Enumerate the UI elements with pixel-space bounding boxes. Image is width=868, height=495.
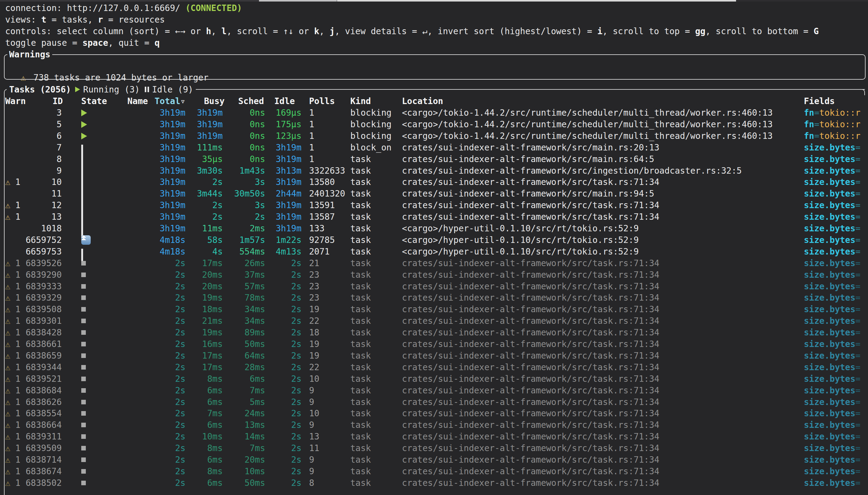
- col-header-sched[interactable]: Sched: [238, 96, 264, 107]
- cell-location: crates/sui-indexer-alt-framework/src/tas…: [402, 362, 660, 373]
- table-row[interactable]: ⚠168395262s17ms26ms2s21taskcrates/sui-in…: [0, 258, 868, 269]
- field-equals: =: [855, 316, 861, 326]
- cell-state: [81, 385, 86, 396]
- cell-idle: 2s: [240, 408, 301, 419]
- col-header-state[interactable]: State: [81, 96, 107, 107]
- table-row[interactable]: ⚠1133h19m2s2s3h19m13587taskcrates/sui-in…: [0, 211, 868, 223]
- col-header-busy[interactable]: Busy: [204, 96, 224, 107]
- table-row[interactable]: ⚠168393332s20ms57ms2s23taskcrates/sui-in…: [0, 281, 868, 292]
- cell-kind: task: [350, 176, 371, 188]
- table-row[interactable]: 33h19m3h19m0ns169µs1blocking<cargo>/toki…: [0, 107, 868, 119]
- table-row[interactable]: ⚠168393442s17ms28ms2s22taskcrates/sui-in…: [0, 362, 868, 373]
- table-row[interactable]: ⚠1123h19m2s3s3h19m13591taskcrates/sui-in…: [0, 200, 868, 211]
- cell-state: [81, 315, 86, 327]
- cell-location: <cargo>/hyper-util-0.1.10/src/rt/tokio.r…: [402, 234, 639, 246]
- field-equals: =: [855, 386, 861, 395]
- cell-idle: 2s: [240, 350, 301, 362]
- state-stopped-icon: [81, 388, 86, 393]
- state-stopped-icon: [81, 295, 86, 300]
- field-key: size.bytes: [804, 420, 855, 430]
- table-row[interactable]: ⚠168386742s8ms10ms2s9taskcrates/sui-inde…: [0, 466, 868, 477]
- field-key: size.bytes: [804, 166, 855, 176]
- table-row[interactable]: ⚠168385542s7ms24ms2s10taskcrates/sui-ind…: [0, 408, 868, 419]
- cell-polls: 11: [309, 443, 319, 454]
- col-header-warn[interactable]: Warn: [5, 96, 26, 107]
- field-equals: =: [855, 443, 861, 453]
- cell-state: [81, 292, 86, 304]
- table-row[interactable]: 93h19m3m30s1m43s3h13m3322633taskcrates/s…: [0, 165, 868, 177]
- cell-fields: size.bytes=: [804, 350, 861, 362]
- state-stopped-icon: [81, 353, 86, 358]
- table-row[interactable]: ⚠168395212s8ms6ms2s10taskcrates/sui-inde…: [0, 373, 868, 385]
- table-row[interactable]: ⚠168395082s18ms34ms2s19taskcrates/sui-in…: [0, 304, 868, 315]
- cell-idle: 3h19m: [240, 200, 301, 211]
- field-value: tokio::r: [819, 131, 861, 141]
- running-count: Running (3): [83, 85, 139, 95]
- col-header-id[interactable]: ID: [52, 96, 63, 107]
- table-row[interactable]: ⚠168393292s19ms78ms2s23taskcrates/sui-in…: [0, 292, 868, 304]
- cell-task-id: 6839311: [0, 431, 62, 443]
- cell-polls: 19: [309, 339, 319, 350]
- table-row[interactable]: 73h19m111ms0ns3h19m1block_oncrates/sui-i…: [0, 142, 868, 154]
- cell-location: crates/sui-indexer-alt-framework/src/tas…: [402, 176, 660, 188]
- table-row[interactable]: 113h19m3m44s30m50s2h44m2401320taskcrates…: [0, 188, 868, 200]
- table-row[interactable]: ⚠168395092s8ms7ms2s11taskcrates/sui-inde…: [0, 443, 868, 454]
- col-header-fields[interactable]: Fields: [804, 96, 835, 107]
- table-row[interactable]: ⚠168386592s17ms64ms2s19taskcrates/sui-in…: [0, 350, 868, 362]
- table-row[interactable]: ⚠168392902s20ms37ms2s23taskcrates/sui-in…: [0, 269, 868, 281]
- cell-state: [81, 373, 86, 385]
- field-key: size.bytes: [804, 466, 855, 476]
- cell-kind: task: [350, 350, 371, 362]
- field-equals: =: [855, 281, 861, 291]
- cell-fields: size.bytes=: [804, 258, 861, 269]
- cell-polls: 13580: [309, 176, 335, 188]
- cell-task-id: 6659752: [0, 234, 62, 246]
- table-row[interactable]: 53h19m3h19m0ns175µs1blocking<cargo>/toki…: [0, 119, 868, 130]
- cell-idle: 2s: [240, 315, 301, 327]
- cell-location: crates/sui-indexer-alt-framework/src/tas…: [402, 315, 660, 327]
- cell-fields: fn=tokio::r: [804, 130, 861, 142]
- col-header-location[interactable]: Location: [402, 96, 443, 107]
- controls-line-seg: ,: [319, 26, 330, 36]
- table-row[interactable]: 63h19m3h19m0ns123µs1blocking<cargo>/toki…: [0, 130, 868, 142]
- table-row[interactable]: ⚠168393012s21ms34ms2s22taskcrates/sui-in…: [0, 315, 868, 327]
- field-key: size.bytes: [804, 235, 855, 245]
- cell-polls: 10: [309, 373, 319, 385]
- table-row[interactable]: ⚠168387142s6ms20ms2s9taskcrates/sui-inde…: [0, 454, 868, 466]
- field-key: size.bytes: [804, 339, 855, 349]
- table-row[interactable]: ⚠168386842s6ms7ms2s9taskcrates/sui-index…: [0, 385, 868, 396]
- col-header-polls[interactable]: Polls: [309, 96, 335, 107]
- table-row[interactable]: 10183h19m11ms2ms3h19m133task<cargo>/hype…: [0, 223, 868, 234]
- controls-line-seg: , scroll = ↑↓ or: [227, 26, 314, 36]
- field-key: size.bytes: [804, 200, 855, 210]
- table-row[interactable]: 83h19m35µs0ns3h19m1taskcrates/sui-indexe…: [0, 154, 868, 165]
- cell-idle: 3h13m: [240, 165, 301, 177]
- table-row[interactable]: ⚠168393112s10ms14ms2s13taskcrates/sui-in…: [0, 431, 868, 443]
- cell-fields: size.bytes=: [804, 339, 861, 350]
- cell-polls: 10: [309, 408, 319, 419]
- table-row[interactable]: 66597524m18s58s1m57s1m22s92785task<cargo…: [0, 234, 868, 246]
- cell-fields: size.bytes=: [804, 327, 861, 339]
- table-row[interactable]: ⚠168385022s6ms50ms2s8taskcrates/sui-inde…: [0, 477, 868, 489]
- col-header-name[interactable]: Name: [127, 96, 148, 107]
- cell-task-id: 6839301: [0, 315, 62, 327]
- cell-idle: 2s: [240, 431, 301, 443]
- state-stopped-icon: [81, 273, 86, 277]
- cell-idle: 2s: [240, 339, 301, 350]
- col-header-kind[interactable]: Kind: [350, 96, 371, 107]
- cell-task-id: 6839526: [0, 258, 62, 269]
- table-row[interactable]: ⚠168386642s6ms13ms2s9taskcrates/sui-inde…: [0, 419, 868, 431]
- cell-location: crates/sui-indexer-alt-framework/src/mai…: [402, 154, 654, 165]
- cell-polls: 1: [309, 119, 314, 130]
- table-row[interactable]: ⚠1103h19m2s3s3h19m13580taskcrates/sui-in…: [0, 176, 868, 188]
- cell-kind: task: [350, 211, 371, 223]
- table-row[interactable]: ⚠168386612s16ms50ms2s19taskcrates/sui-in…: [0, 339, 868, 350]
- col-header-total[interactable]: Total▿: [154, 96, 185, 107]
- table-row[interactable]: 66597534m18s4s554ms4m13s2071task<cargo>/…: [0, 246, 868, 258]
- col-header-idle[interactable]: Idle: [274, 96, 295, 107]
- table-row[interactable]: ⚠168386262s6ms5ms2s9taskcrates/sui-index…: [0, 396, 868, 408]
- state-stopped-icon: [81, 446, 86, 450]
- cell-polls: 8: [309, 477, 314, 489]
- table-row[interactable]: ⚠168384282s19ms89ms2s18taskcrates/sui-in…: [0, 327, 868, 339]
- views-line-seg: = tasks,: [46, 15, 98, 25]
